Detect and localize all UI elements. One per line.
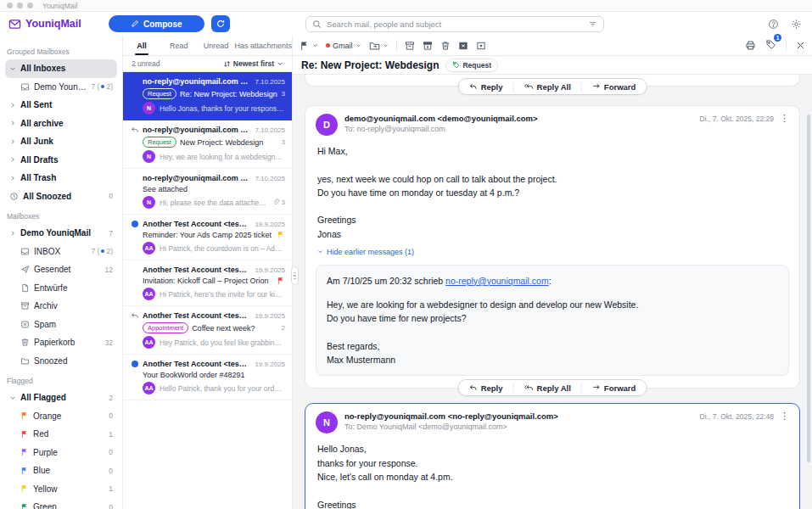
thread-tag-pill[interactable]: Request — [445, 59, 498, 72]
sidebar-item-demo-youniqmail[interactable]: Demo YouniqMail7 (2) — [5, 78, 117, 97]
email-list-item[interactable]: Another Test Account <test@dev-corner.co… — [123, 306, 292, 355]
message-date: Di., 7. Okt. 2025, 22:48 — [700, 412, 774, 421]
compose-button[interactable]: Compose — [109, 15, 204, 32]
reply-button[interactable]: Reply — [459, 380, 513, 395]
sidebar-section-title: Mailboxes — [7, 212, 115, 221]
sidebar-item-all-archive[interactable]: All archive — [5, 115, 117, 133]
account-label: Gmail — [333, 42, 353, 50]
sync-button[interactable] — [211, 15, 230, 32]
sidebar-item-all-trash[interactable]: All Trash — [5, 169, 117, 187]
flag-icon — [277, 231, 285, 239]
sidebar-item-papierkorb[interactable]: Papierkorb32 — [5, 333, 117, 352]
forward-button[interactable]: Forward — [582, 79, 646, 94]
email-list-item[interactable]: no-reply@youniqmail.com <no-reply@youniq… — [123, 120, 292, 169]
settings-gear-icon[interactable] — [791, 19, 802, 30]
sidebar-item-label: Blue — [33, 466, 104, 475]
move-to-folder-dropdown[interactable] — [369, 40, 389, 51]
archive-icon[interactable] — [405, 41, 415, 51]
sidebar-item-all-junk[interactable]: All Junk — [5, 132, 117, 151]
filter-icon[interactable] — [588, 20, 597, 29]
window-minimize-dot[interactable] — [17, 3, 23, 8]
avatar: AA — [143, 242, 155, 255]
email-date: 19.9.2025 — [255, 266, 285, 274]
email-from: no-reply@youniqmail.com <no-reply@youniq… — [143, 77, 248, 86]
sidebar-item-archiv[interactable]: Archiv — [5, 297, 117, 316]
sidebar-item-label: Snoozed — [34, 356, 113, 366]
print-icon[interactable] — [745, 40, 756, 51]
tab-unread[interactable]: Unread — [198, 36, 235, 55]
quote-body: Hey, we are looking for a webdesigner to… — [327, 298, 778, 366]
hide-earlier-messages-link[interactable]: Hide earlier messages (1) — [305, 246, 799, 265]
sidebar-item-green[interactable]: Green0 — [5, 498, 117, 509]
sidebar-item-count: 1 — [109, 430, 113, 439]
sidebar-item-all-inboxes[interactable]: All Inboxes — [5, 59, 117, 78]
avatar: AA — [143, 336, 155, 349]
email-list-item[interactable]: Another Test Account <test@dev-corner.co… — [123, 215, 292, 260]
sidebar-item-blue[interactable]: Blue0 — [5, 461, 117, 480]
sidebar-item-orange[interactable]: Orange0 — [5, 407, 117, 426]
sidebar-item-spam[interactable]: Spam — [5, 316, 117, 334]
forward-icon — [592, 383, 601, 392]
column-resize-handle[interactable] — [291, 266, 299, 285]
thread-scrollbar[interactable] — [807, 115, 810, 462]
sidebar-item-all-snoozed[interactable]: All Snoozed0 — [5, 187, 117, 206]
email-list-item[interactable]: Another Test Account <test@dev-corner.co… — [123, 260, 292, 306]
message-menu-kebab[interactable]: ⋮ — [780, 114, 789, 123]
account-selector[interactable]: Gmail — [326, 42, 361, 50]
flag-dropdown[interactable] — [300, 41, 318, 51]
avatar: N — [316, 411, 338, 433]
sidebar-item-gesendet[interactable]: Gesendet12 — [5, 260, 117, 279]
tab-has-attachments[interactable]: Has attachments — [234, 36, 292, 55]
quote-sender-link[interactable]: no-reply@youniqmail.com — [445, 276, 549, 286]
message-menu-kebab[interactable]: ⋮ — [780, 411, 789, 421]
snooze-icon[interactable] — [476, 41, 486, 51]
email-subject: Reminder: Your Ads Camp 2025 ticket — [143, 231, 273, 239]
tab-read[interactable]: Read — [160, 36, 198, 55]
window-close-dot[interactable] — [7, 3, 13, 8]
tab-all[interactable]: All — [123, 36, 160, 55]
quote-intro: Am 7/10/25 um 20:32 schrieb no-reply@you… — [327, 274, 778, 288]
thread-subject: Re: New Project: Webdesign — [301, 59, 439, 71]
sidebar-item-demo-youniqmail[interactable]: Demo YouniqMail7 — [5, 224, 117, 243]
email-tag-badge: Request — [143, 137, 176, 148]
sidebar-item-entw-rfe[interactable]: Entwürfe — [5, 279, 117, 298]
window-title: YouniqMail — [42, 2, 77, 10]
sort-selector[interactable]: Newest first — [223, 59, 283, 68]
sidebar-item-inbox[interactable]: INBOX7 (2) — [5, 243, 117, 261]
sidebar-item-all-flagged[interactable]: All Flagged2 — [5, 389, 117, 407]
email-list-item[interactable]: no-reply@youniqmail.com <no-reply@youniq… — [123, 169, 292, 215]
email-list-item[interactable]: no-reply@youniqmail.com <no-reply@youniq… — [123, 72, 292, 120]
forward-icon — [592, 82, 601, 91]
tags-button[interactable]: 1 — [765, 38, 776, 53]
window-zoom-dot[interactable] — [27, 3, 33, 8]
sidebar-item-purple[interactable]: Purple0 — [5, 444, 117, 462]
email-list-item[interactable]: Another Test Account <test@dev-corner.co… — [123, 355, 292, 400]
sidebar-item-label: Purple — [33, 448, 104, 457]
sidebar-item-red[interactable]: Red1 — [5, 425, 117, 444]
email-preview: Hello Patrick, thank you for your order!… — [160, 384, 285, 393]
email-tag-badge: Request — [143, 88, 176, 99]
list-meta-row: 2 unread Newest first — [123, 56, 292, 72]
sidebar-item-all-sent[interactable]: All Sent — [5, 96, 117, 115]
move-to-archive-icon[interactable] — [423, 41, 433, 51]
message-card[interactable]: D demo@youniqmail.com <demo@youniqmail.c… — [305, 105, 800, 389]
reply-button[interactable]: Reply — [459, 79, 513, 94]
reply-all-button[interactable]: Reply All — [514, 79, 581, 94]
forward-button[interactable]: Forward — [582, 380, 646, 395]
junk-icon[interactable] — [458, 41, 468, 51]
sidebar-item-label: Orange — [33, 411, 104, 421]
help-icon[interactable] — [768, 19, 779, 30]
email-preview: Hi, please see the data attached. Thank,… — [160, 199, 268, 207]
sidebar-item-all-drafts[interactable]: All Drafts — [5, 151, 117, 170]
sidebar-item-snoozed[interactable]: Snoozed — [5, 352, 117, 371]
sidebar-item-label: All Sent — [20, 100, 113, 109]
search-input[interactable] — [327, 20, 583, 29]
sidebar-item-label: INBOX — [34, 247, 87, 256]
sidebar-item-yellow[interactable]: Yellow1 — [5, 480, 117, 499]
sidebar-item-label: Demo YouniqMail — [34, 82, 87, 92]
reply-all-button[interactable]: Reply All — [514, 380, 581, 395]
trash-icon[interactable] — [440, 41, 451, 51]
close-icon[interactable] — [796, 41, 805, 50]
message-card-selected[interactable]: N no-reply@youniqmail.com <no-reply@youn… — [305, 403, 800, 509]
paperclip-icon — [272, 199, 280, 206]
